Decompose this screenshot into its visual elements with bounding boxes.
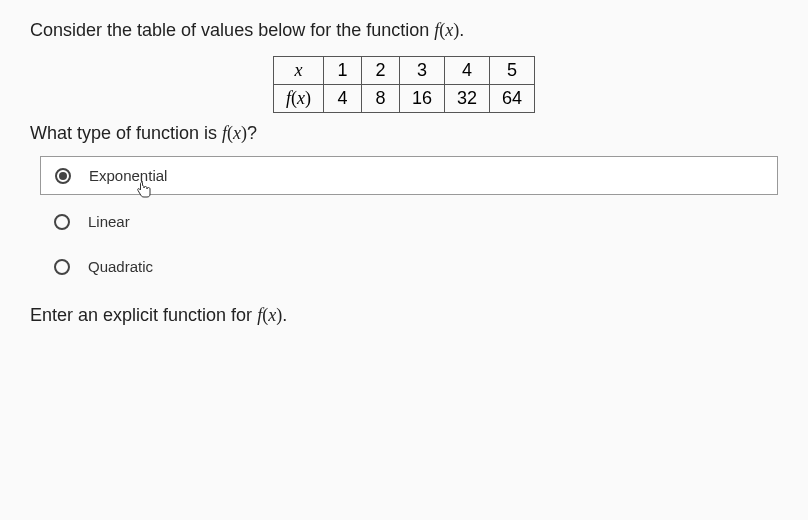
table-cell: 1 <box>323 57 361 85</box>
prompt-3: Enter an explicit function for f(x). <box>30 305 778 326</box>
option-label: Linear <box>88 213 130 230</box>
table-row: x 1 2 3 4 5 <box>273 57 534 85</box>
table-cell: 64 <box>490 85 535 113</box>
option-linear[interactable]: Linear <box>40 203 778 240</box>
table-cell: 32 <box>444 85 489 113</box>
row-header-fx: f(x) <box>273 85 323 113</box>
table-cell: 16 <box>399 85 444 113</box>
table-cell: 8 <box>361 85 399 113</box>
radio-selected-icon <box>55 168 71 184</box>
table-cell: 3 <box>399 57 444 85</box>
row-header-x: x <box>273 57 323 85</box>
pointer-cursor-icon <box>137 181 153 202</box>
options-group: Exponential Linear Quadratic <box>40 156 778 285</box>
table-cell: 4 <box>323 85 361 113</box>
prompt-2-text: What type of function is <box>30 123 222 143</box>
value-table: x 1 2 3 4 5 f(x) 4 8 16 32 64 <box>273 56 535 113</box>
period: . <box>459 20 464 40</box>
table-cell: 2 <box>361 57 399 85</box>
option-label: Exponential <box>89 167 167 184</box>
prompt-2: What type of function is f(x)? <box>30 123 778 144</box>
qmark: ? <box>247 123 257 143</box>
table-row: f(x) 4 8 16 32 64 <box>273 85 534 113</box>
option-label: Quadratic <box>88 258 153 275</box>
option-quadratic[interactable]: Quadratic <box>40 248 778 285</box>
prompt-1: Consider the table of values below for t… <box>30 20 778 41</box>
radio-unselected-icon <box>54 259 70 275</box>
value-table-wrap: x 1 2 3 4 5 f(x) 4 8 16 32 64 <box>30 56 778 113</box>
prompt-1-text: Consider the table of values below for t… <box>30 20 434 40</box>
table-cell: 5 <box>490 57 535 85</box>
table-cell: 4 <box>444 57 489 85</box>
prompt-3-text: Enter an explicit function for <box>30 305 257 325</box>
radio-unselected-icon <box>54 214 70 230</box>
option-exponential[interactable]: Exponential <box>40 156 778 195</box>
